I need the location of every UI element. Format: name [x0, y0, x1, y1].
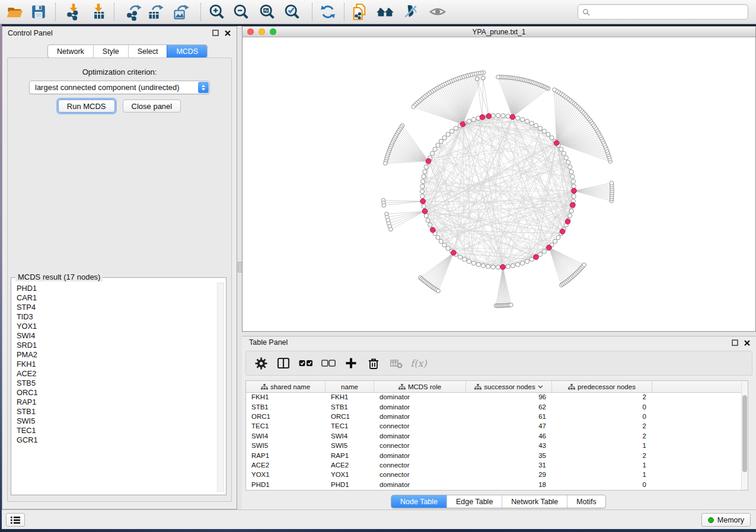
table-row[interactable]: TEC1TEC1connector472 — [246, 421, 742, 431]
function-builder-icon[interactable]: f(x) — [407, 353, 430, 373]
cell-predecessor-nodes: 0 — [552, 481, 652, 488]
export-network-icon[interactable] — [123, 2, 145, 22]
table-row[interactable]: SWI4SWI4dominator462 — [246, 431, 742, 441]
mcds-list-scrollbar[interactable] — [217, 283, 224, 492]
mcds-result-item[interactable]: PMA2 — [17, 350, 216, 360]
table-row[interactable]: FKH1FKH1dominator962 — [246, 392, 742, 402]
table-row[interactable]: ACE2ACE2connector311 — [246, 460, 742, 470]
mcds-result-item[interactable]: GCR1 — [17, 435, 216, 445]
table-panel-window: Table Panel — [242, 336, 756, 509]
import-table-icon[interactable] — [88, 2, 109, 22]
tab-node-table[interactable]: Node Table — [391, 495, 446, 508]
close-panel-icon[interactable] — [224, 30, 231, 36]
mcds-result-item[interactable]: ORC1 — [17, 388, 216, 398]
mcds-result-item[interactable]: SRD1 — [17, 341, 216, 350]
export-table-icon[interactable] — [145, 2, 167, 22]
column-layout-icon[interactable] — [272, 353, 295, 373]
mcds-result-item[interactable]: ACE2 — [17, 369, 216, 379]
refresh-icon[interactable] — [317, 2, 339, 22]
close-panel-icon[interactable] — [744, 339, 750, 346]
float-panel-icon[interactable] — [732, 339, 738, 346]
cell-shared-name: TEC1 — [246, 422, 326, 430]
cell-successor-nodes: 61 — [466, 413, 552, 420]
save-icon[interactable] — [28, 2, 49, 22]
export-image-icon[interactable] — [171, 2, 192, 22]
network-window-title: YPA_prune.txt_1 — [243, 28, 755, 36]
mcds-result-item[interactable]: SWI5 — [17, 416, 216, 426]
cell-shared-name: STB1 — [246, 403, 326, 411]
optimization-criterion-label: Optimization criterion: — [8, 68, 231, 76]
memory-button[interactable]: Memory — [701, 513, 751, 527]
houses-icon[interactable] — [375, 2, 396, 22]
table-scrollbar[interactable] — [741, 381, 748, 490]
float-panel-icon[interactable] — [212, 30, 219, 36]
add-column-plus-icon[interactable] — [340, 353, 362, 373]
table-row[interactable]: PHD1PHD1dominator180 — [246, 480, 742, 489]
mcds-result-item[interactable]: STB5 — [17, 379, 216, 388]
cell-shared-name: FKH1 — [246, 393, 326, 400]
hide-details-flag-icon[interactable] — [400, 2, 422, 22]
table-row[interactable]: STB1STB1dominator620 — [246, 402, 742, 411]
tab-style[interactable]: Style — [93, 45, 128, 57]
table-row[interactable]: ORC1ORC1dominator610 — [246, 412, 742, 421]
search-input[interactable] — [592, 7, 748, 17]
vertical-splitter[interactable] — [237, 26, 242, 509]
mcds-result-item[interactable]: CAR1 — [17, 293, 216, 303]
tab-edge-table[interactable]: Edge Table — [446, 495, 502, 508]
documents-network-icon[interactable] — [349, 2, 370, 22]
mcds-result-item[interactable]: PHD1 — [17, 284, 216, 293]
network-window-titlebar[interactable]: YPA_prune.txt_1 — [243, 27, 755, 37]
table-scrollbar-thumb[interactable] — [742, 395, 747, 472]
mcds-result-item[interactable]: TID3 — [17, 312, 216, 322]
task-history-list-icon[interactable] — [6, 513, 25, 527]
cell-MCDS-role: connector — [374, 422, 466, 430]
open-file-icon[interactable] — [4, 2, 25, 22]
column-header-shared-name[interactable]: shared name — [246, 381, 326, 392]
tab-motifs[interactable]: Motifs — [567, 495, 605, 508]
tab-select[interactable]: Select — [128, 45, 167, 57]
column-header-predecessor-nodes[interactable]: predecessor nodes — [552, 381, 652, 392]
horizontal-splitter[interactable] — [242, 332, 756, 336]
eye-icon[interactable] — [427, 2, 448, 22]
cell-predecessor-nodes: 0 — [552, 403, 652, 411]
cell-successor-nodes: 35 — [466, 452, 552, 459]
column-header-MCDS-role[interactable]: MCDS role — [374, 381, 466, 392]
run-mcds-button[interactable]: Run MCDS — [58, 100, 115, 113]
cell-name: ORC1 — [326, 413, 374, 420]
mcds-result-item[interactable]: SWI4 — [17, 331, 216, 341]
network-canvas[interactable] — [243, 37, 755, 331]
zoom-selected-icon[interactable] — [282, 2, 303, 22]
search-icon — [582, 8, 590, 16]
mcds-result-item[interactable]: STB1 — [17, 407, 216, 416]
mcds-result-item[interactable]: TEC1 — [17, 426, 216, 435]
zoom-out-icon[interactable] — [231, 2, 252, 22]
table-row[interactable]: RAP1RAP1dominator352 — [246, 450, 742, 460]
import-network-icon[interactable] — [63, 2, 84, 22]
tab-mcds[interactable]: MCDS — [167, 45, 207, 57]
table-row[interactable]: YOX1YOX1connector291 — [246, 470, 742, 479]
app-screen: Control Panel NetworkStyleSelectMCDS Opt… — [0, 0, 756, 532]
zoom-in-icon[interactable] — [206, 2, 228, 22]
table-row[interactable]: SWI5SWI5connector431 — [246, 441, 742, 450]
column-header-name[interactable]: name — [326, 381, 374, 392]
cell-MCDS-role: dominator — [374, 432, 466, 440]
select-all-checkboxes-icon[interactable] — [295, 353, 317, 373]
delete-column-trash-icon[interactable] — [362, 353, 385, 373]
deselect-all-checkboxes-icon[interactable] — [317, 353, 340, 373]
tab-network[interactable]: Network — [48, 45, 93, 57]
delete-table-icon[interactable] — [385, 353, 407, 373]
mcds-result-item[interactable]: STP4 — [17, 303, 216, 312]
criterion-select[interactable]: largest connected component (undirected) — [29, 81, 210, 94]
mcds-result-item[interactable]: FKH1 — [17, 360, 216, 369]
tab-network-table[interactable]: Network Table — [502, 495, 567, 508]
mcds-result-item[interactable]: RAP1 — [17, 398, 216, 407]
close-panel-button[interactable]: Close panel — [123, 100, 181, 113]
table-settings-gear-icon[interactable] — [250, 353, 272, 373]
mcds-result-item[interactable]: YOX1 — [17, 322, 216, 331]
table-panel-titlebar: Table Panel — [242, 336, 756, 348]
zoom-fit-icon[interactable] — [257, 2, 278, 22]
cell-shared-name: SWI4 — [246, 432, 326, 440]
select-stepper-icon — [198, 82, 209, 93]
cell-shared-name: RAP1 — [246, 452, 326, 459]
column-header-successor-nodes[interactable]: successor nodes — [466, 381, 552, 392]
